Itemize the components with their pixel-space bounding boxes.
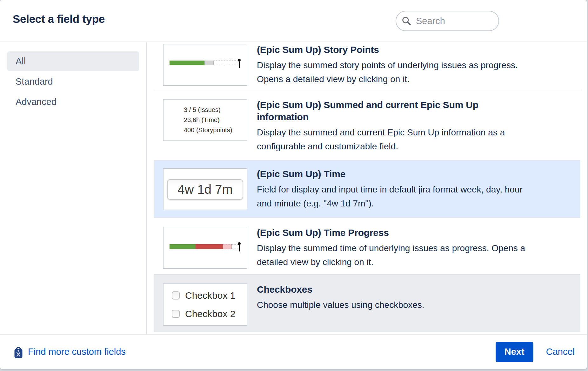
summed-info-preview: 3 / 5 (Issues) 23,6h (Time) 400 (Storypo… <box>163 99 247 141</box>
field-type-title: Checkboxes <box>257 283 573 296</box>
preview-line: 3 / 5 (Issues) <box>184 107 247 113</box>
field-type-row-checkboxes[interactable]: Checkbox 1 Checkbox 2 Checkboxes Choose … <box>154 274 580 332</box>
field-type-row-summed-info[interactable]: 3 / 5 (Issues) 23,6h (Time) 400 (Storypo… <box>154 90 580 160</box>
sidebar-item-label: All <box>16 56 26 67</box>
field-type-description: Choose multiple values using checkboxes. <box>257 298 573 312</box>
story-points-preview <box>163 44 247 86</box>
preview-line: 23,6h (Time) <box>184 117 247 123</box>
progress-bar-preview <box>170 61 239 65</box>
search-field-wrap <box>396 11 499 31</box>
next-button[interactable]: Next <box>496 342 533 362</box>
time-progress-preview <box>163 227 247 269</box>
checkboxes-preview: Checkbox 1 Checkbox 2 <box>163 283 247 326</box>
find-more-custom-fields-link[interactable]: Find more custom fields <box>13 345 126 359</box>
sidebar-item-advanced[interactable]: Advanced <box>7 92 139 112</box>
sidebar-item-standard[interactable]: Standard <box>7 72 139 91</box>
field-type-description: Display the summed and current Epic Sum … <box>257 126 573 153</box>
field-type-title: (Epic Sum Up) Story Points <box>257 44 573 56</box>
search-input[interactable] <box>396 11 499 31</box>
field-type-title: (Epic Sum Up) Summed and current Epic Su… <box>257 99 573 123</box>
page-title: Select a field type <box>13 13 105 25</box>
field-type-row-story-points[interactable]: (Epic Sum Up) Story Points Display the s… <box>154 42 580 90</box>
dialog-header: Select a field type <box>0 0 587 42</box>
find-more-label: Find more custom fields <box>28 347 126 357</box>
marketplace-bag-icon <box>13 345 24 359</box>
field-type-row-time[interactable]: 4w 1d 7m (Epic Sum Up) Time Field for di… <box>154 160 580 218</box>
checkbox-preview <box>172 310 180 318</box>
pin-marker <box>238 242 241 251</box>
field-type-description: Field for display and input time in defa… <box>257 183 573 211</box>
time-input-preview: 4w 1d 7m <box>167 179 243 200</box>
checkbox-preview-label: Checkbox 1 <box>185 290 235 301</box>
time-preview: 4w 1d 7m <box>163 168 247 210</box>
sidebar-item-all[interactable]: All <box>7 51 139 71</box>
sidebar-item-label: Standard <box>16 76 53 87</box>
checkbox-preview-label: Checkbox 2 <box>185 309 235 319</box>
sidebar-item-label: Advanced <box>16 97 57 107</box>
pin-marker <box>238 59 241 68</box>
checkbox-preview <box>172 291 180 299</box>
field-type-title: (Epic Sum Up) Time <box>257 168 573 180</box>
dialog-footer: Find more custom fields Next Cancel <box>0 334 587 369</box>
cancel-link[interactable]: Cancel <box>546 347 575 357</box>
select-field-type-dialog: Select a field type All Standard Advance… <box>0 0 587 369</box>
field-type-row-time-progress[interactable]: (Epic Sum Up) Time Progress Display the … <box>154 218 580 274</box>
field-type-description: Display the summed story points of under… <box>257 58 573 86</box>
field-type-title: (Epic Sum Up) Time Progress <box>257 227 573 239</box>
category-sidebar: All Standard Advanced <box>0 42 147 334</box>
field-type-description: Display the summed time of underlying is… <box>257 241 573 269</box>
progress-bar-preview <box>170 244 239 249</box>
field-type-list: (Epic Sum Up) Story Points Display the s… <box>147 42 587 334</box>
preview-line: 400 (Storypoints) <box>184 127 247 133</box>
